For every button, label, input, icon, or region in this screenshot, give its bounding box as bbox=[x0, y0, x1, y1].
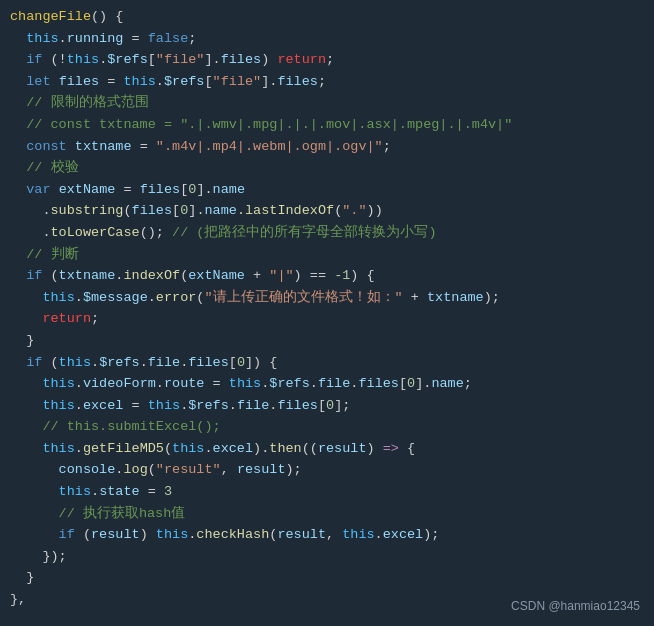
token bbox=[10, 352, 26, 374]
token: ]. bbox=[188, 200, 204, 222]
token: "." bbox=[342, 200, 366, 222]
token: $refs bbox=[164, 71, 205, 93]
code-line-2: this.running = false; bbox=[0, 28, 654, 50]
token bbox=[10, 136, 26, 158]
token: if bbox=[26, 49, 42, 71]
token bbox=[10, 524, 59, 546]
token: extName bbox=[59, 179, 116, 201]
code-line-13: if (txtname.indexOf(extName + "|") == -1… bbox=[0, 265, 654, 287]
code-line-18: this.videoForm.route = this.$refs.file.f… bbox=[0, 373, 654, 395]
token: files bbox=[358, 373, 399, 395]
token: files bbox=[59, 71, 100, 93]
code-line-24: // 执行获取hash值 bbox=[0, 503, 654, 525]
token: result bbox=[318, 438, 367, 460]
token: [ bbox=[180, 179, 188, 201]
code-line-20: // this.submitExcel(); bbox=[0, 416, 654, 438]
token: . bbox=[75, 438, 83, 460]
token: -1 bbox=[334, 265, 350, 287]
code-line-1: changeFile() { bbox=[0, 6, 654, 28]
token: // 执行获取hash值 bbox=[10, 503, 185, 525]
token: == bbox=[310, 265, 334, 287]
token: ) bbox=[294, 265, 310, 287]
token: ; bbox=[188, 28, 196, 50]
token: . bbox=[59, 28, 67, 50]
watermark-text: CSDN @hanmiao12345 bbox=[511, 597, 640, 616]
token: )) bbox=[367, 200, 383, 222]
token: error bbox=[156, 287, 197, 309]
token: if bbox=[59, 524, 75, 546]
token: this bbox=[59, 481, 91, 503]
token: this bbox=[42, 373, 74, 395]
token: (( bbox=[302, 438, 318, 460]
token: false bbox=[148, 28, 189, 50]
token: if bbox=[26, 265, 42, 287]
token: videoForm bbox=[83, 373, 156, 395]
token: ); bbox=[423, 524, 439, 546]
token: this bbox=[229, 373, 261, 395]
token: 0 bbox=[180, 200, 188, 222]
token: ; bbox=[326, 49, 334, 71]
token: 0 bbox=[188, 179, 196, 201]
token: , bbox=[326, 524, 342, 546]
token: ]. bbox=[415, 373, 431, 395]
token: $refs bbox=[188, 395, 229, 417]
token: ( bbox=[42, 352, 58, 374]
token: state bbox=[99, 481, 140, 503]
token: files bbox=[140, 179, 181, 201]
token: . bbox=[261, 373, 269, 395]
token: files bbox=[221, 49, 262, 71]
token: . bbox=[75, 395, 83, 417]
code-line-26: }); bbox=[0, 546, 654, 568]
token: indexOf bbox=[123, 265, 180, 287]
code-line-8: // 校验 bbox=[0, 157, 654, 179]
token bbox=[10, 373, 42, 395]
code-line-14: this.$message.error("请上传正确的文件格式！如：" + tx… bbox=[0, 287, 654, 309]
token: then bbox=[269, 438, 301, 460]
token: = bbox=[115, 179, 139, 201]
code-line-4: let files = this.$refs["file"].files; bbox=[0, 71, 654, 93]
token: ( bbox=[196, 287, 204, 309]
token: excel bbox=[383, 524, 424, 546]
token: . bbox=[75, 287, 83, 309]
token bbox=[10, 611, 26, 626]
token: return bbox=[42, 308, 91, 330]
token: . bbox=[148, 287, 156, 309]
token: // 判断 bbox=[10, 244, 79, 266]
token: . bbox=[269, 395, 277, 417]
token: . bbox=[180, 352, 188, 374]
token: [ bbox=[204, 71, 212, 93]
token: "file" bbox=[156, 49, 205, 71]
token: ( bbox=[180, 265, 188, 287]
token: files bbox=[277, 395, 318, 417]
token: $message bbox=[83, 287, 148, 309]
token: this bbox=[42, 287, 74, 309]
token: . bbox=[91, 481, 99, 503]
token: = bbox=[99, 71, 123, 93]
token: excel bbox=[83, 395, 124, 417]
token: ); bbox=[285, 459, 301, 481]
token bbox=[51, 179, 59, 201]
token: ]) { bbox=[245, 352, 277, 374]
token: console bbox=[59, 459, 116, 481]
token: { bbox=[399, 438, 415, 460]
token: 3 bbox=[164, 481, 172, 503]
token: txtname bbox=[75, 136, 132, 158]
token: . bbox=[204, 438, 212, 460]
token: 0 bbox=[407, 373, 415, 395]
token: ) bbox=[261, 49, 277, 71]
token: . bbox=[237, 200, 245, 222]
token: . bbox=[375, 524, 383, 546]
token: = bbox=[123, 28, 147, 50]
token: this bbox=[42, 438, 74, 460]
token: ; bbox=[464, 373, 472, 395]
token: $refs bbox=[107, 49, 148, 71]
token: route bbox=[164, 373, 205, 395]
token: this bbox=[59, 352, 91, 374]
code-line-23: this.state = 3 bbox=[0, 481, 654, 503]
token: if bbox=[26, 352, 42, 374]
token: result bbox=[91, 524, 140, 546]
token bbox=[10, 308, 42, 330]
token: (! bbox=[42, 49, 66, 71]
token: (); bbox=[140, 222, 172, 244]
token: => bbox=[383, 438, 399, 460]
